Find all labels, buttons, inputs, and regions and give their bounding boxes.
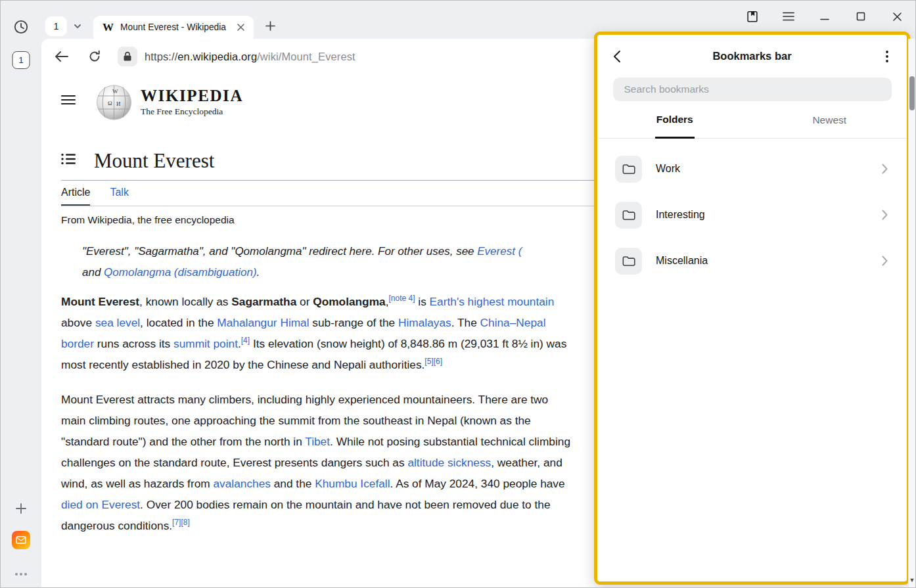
hatnote: "Everest", "Sagarmatha", and "Qomolangma… (82, 241, 647, 283)
bookmark-folder-row[interactable]: Work (597, 146, 907, 192)
tab-group-badge[interactable]: 1 (45, 16, 67, 36)
bookmark-folder-row[interactable]: Miscellania (597, 238, 907, 284)
chevron-right-icon (878, 208, 891, 221)
tab-article[interactable]: Article (61, 187, 90, 206)
search-bookmarks-input[interactable] (613, 78, 892, 101)
bookmarks-panel: Bookmarks bar Folders Newest Work (594, 32, 910, 585)
browser-tab[interactable]: W Mount Everest - Wikipedia (93, 16, 254, 39)
tab-folders[interactable]: Folders (597, 101, 752, 138)
folder-label: Miscellania (656, 255, 878, 267)
bookmark-folder-row[interactable]: Interesting (597, 192, 907, 238)
wiki-link[interactable]: Tibet (305, 435, 330, 448)
sidebar-more-icon[interactable] (15, 573, 27, 576)
wiki-link[interactable]: [8] (181, 518, 189, 527)
tab-title: Mount Everest - Wikipedia (120, 22, 234, 32)
wiki-link[interactable]: [note 4] (388, 294, 415, 303)
reload-button[interactable] (83, 45, 106, 68)
tab-folders-label: Folders (655, 102, 695, 139)
article-tabs: Article Talk (61, 181, 628, 206)
wiki-link[interactable]: [6] (434, 357, 442, 366)
scrollbar-thumb[interactable] (909, 76, 915, 110)
toc-icon[interactable] (61, 153, 77, 169)
close-window-icon[interactable] (889, 9, 905, 24)
back-icon[interactable] (608, 47, 626, 66)
wiki-link[interactable]: [7] (172, 518, 181, 527)
wikipedia-tagline: The Free Encyclopedia (141, 106, 243, 117)
left-sidebar: 1 (1, 1, 41, 587)
clock-history-icon[interactable] (13, 19, 29, 35)
tab-group-control: 1 (45, 16, 88, 36)
wikipedia-logo[interactable]: W Ω И (96, 84, 132, 120)
wiki-link[interactable]: summit point (173, 337, 238, 350)
back-button[interactable] (51, 45, 73, 68)
wiki-link[interactable]: [5] (424, 357, 433, 366)
url-host: en.wikipedia.org (177, 51, 257, 62)
bookmarks-panel-title: Bookmarks bar (626, 50, 878, 62)
folder-icon (615, 156, 642, 183)
wiki-menu-icon[interactable] (61, 95, 77, 110)
wiki-link[interactable]: avalanches (213, 477, 270, 490)
new-tab-button[interactable] (259, 14, 281, 37)
url-scheme: https:// (145, 51, 177, 62)
site-security-chip[interactable] (118, 47, 137, 66)
article-title: Mount Everest (94, 149, 214, 173)
svg-text:W: W (112, 88, 118, 95)
url-path: /wiki/Mount_Everest (257, 51, 355, 62)
scrollbar-down-arrow[interactable]: ▼ (909, 577, 915, 583)
bookmarks-folder-list: Work Interesting Miscellania (597, 146, 907, 284)
tab-newest[interactable]: Newest (752, 101, 907, 138)
wikipedia-title-text: WIKIPEDIA (141, 87, 243, 104)
tab-counter-badge[interactable]: 1 (12, 51, 30, 69)
wiki-link[interactable]: sea level (95, 316, 140, 329)
chevron-right-icon (878, 162, 891, 175)
wikipedia-favicon: W (103, 21, 114, 34)
svg-text:И: И (116, 101, 121, 107)
article-paragraph: Mount Everest attracts many climbers, in… (61, 389, 572, 536)
tab-newest-label: Newest (811, 102, 848, 137)
wiki-link[interactable]: altitude sickness (407, 456, 491, 469)
window-controls (744, 9, 915, 24)
article-paragraph: Mount Everest, known locally as Sagarmat… (61, 291, 572, 375)
menu-icon[interactable] (781, 9, 796, 24)
bookmarks-tabs: Folders Newest (597, 101, 907, 139)
wiki-link[interactable]: Earth's highest mountain (430, 295, 555, 308)
bookmarks-panel-icon[interactable] (744, 9, 760, 24)
wikipedia-wordmark[interactable]: WIKIPEDIA The Free Encyclopedia (141, 87, 243, 116)
folder-label: Interesting (656, 209, 878, 221)
wiki-link[interactable]: Qomolangma (disambiguation) (104, 266, 256, 279)
minimize-icon[interactable] (817, 9, 833, 24)
wiki-link[interactable]: died on Everest (61, 498, 140, 511)
window-scrollbar[interactable]: ▼ (908, 39, 915, 587)
maximize-icon[interactable] (853, 9, 869, 24)
folder-label: Work (656, 163, 878, 175)
tab-group-chevron-icon[interactable] (67, 16, 88, 36)
wiki-link[interactable]: Himalayas (398, 316, 451, 329)
sidebar-add-button[interactable] (13, 501, 29, 516)
tab-talk[interactable]: Talk (110, 187, 128, 206)
svg-text:Ω: Ω (108, 100, 112, 106)
wiki-link[interactable]: Khumbu Icefall (315, 477, 390, 490)
mail-app-icon[interactable] (12, 531, 30, 549)
folder-icon (615, 248, 642, 275)
kebab-menu-icon[interactable] (878, 47, 896, 66)
folder-icon (615, 202, 642, 229)
tab-close-icon[interactable] (234, 21, 247, 34)
wiki-link[interactable]: [4] (241, 336, 250, 345)
wiki-link[interactable]: Everest ( (477, 245, 522, 258)
wiki-link[interactable]: Mahalangur Himal (217, 316, 309, 329)
bookmarks-panel-header: Bookmarks bar (597, 35, 907, 78)
chevron-right-icon (878, 254, 891, 267)
url-bar[interactable]: https://en.wikipedia.org/wiki/Mount_Ever… (145, 51, 355, 63)
